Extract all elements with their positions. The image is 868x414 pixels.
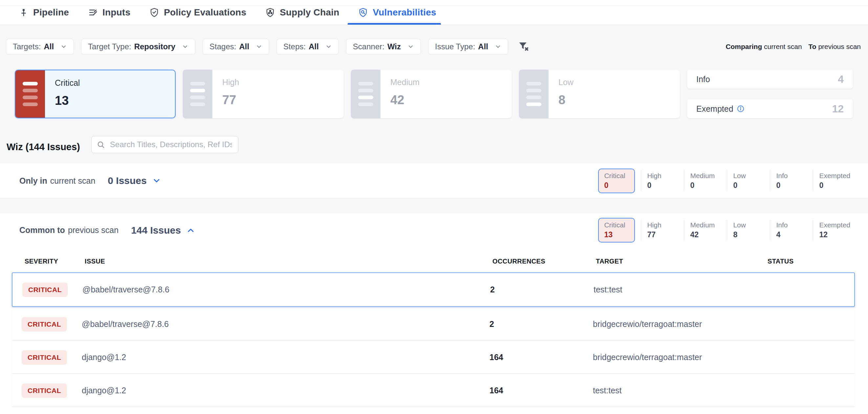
chip-critical[interactable]: Critical 0	[598, 169, 635, 193]
tab-inputs[interactable]: Inputs	[88, 0, 130, 25]
chip-value: 0	[604, 181, 629, 190]
filter-label: Issue Type:	[435, 42, 475, 51]
column-header-target: TARGET	[596, 258, 768, 265]
issue-cell[interactable]: django@1.2	[82, 386, 490, 395]
column-header-severity: SEVERITY	[25, 258, 85, 265]
vulnerabilities-icon	[358, 7, 368, 18]
severity-card-label: High	[222, 78, 344, 87]
chevron-down-icon	[256, 43, 262, 50]
side-card-value: 4	[838, 73, 844, 85]
severity-bars-icon	[519, 70, 549, 118]
chip-exempted[interactable]: Exempted 12	[813, 218, 850, 242]
group-scope: previous scan	[68, 226, 119, 235]
chip-label: Low	[733, 221, 764, 229]
filter-value: All	[309, 42, 319, 51]
chip-critical[interactable]: Critical 13	[598, 218, 635, 242]
column-header-issue: ISSUE	[85, 258, 492, 265]
chip-high[interactable]: High 0	[641, 169, 678, 193]
severity-card-info[interactable]: Info 4	[687, 70, 853, 89]
severity-card-exempted[interactable]: Exempted 12	[687, 99, 853, 118]
table-row[interactable]: CRITICAL django@1.2 164 test:test	[12, 375, 855, 407]
group-issue-count: 144 Issues	[131, 225, 181, 236]
tab-label: Inputs	[102, 7, 130, 18]
filter-label: Targets:	[13, 42, 41, 51]
severity-card-low[interactable]: Low 8	[519, 70, 680, 118]
tab-pipeline[interactable]: Pipeline	[19, 0, 69, 25]
chevron-up-icon[interactable]	[186, 226, 195, 235]
chip-info[interactable]: Info 4	[770, 218, 807, 242]
severity-card-label: Medium	[390, 78, 512, 87]
chip-label: Critical	[604, 172, 629, 180]
table-row[interactable]: CRITICAL django@1.2 164 bridgecrewio/ter…	[12, 342, 855, 373]
occurrences-cell: 2	[490, 319, 593, 329]
filter-x-icon[interactable]	[517, 40, 530, 53]
severity-bars-icon	[16, 70, 45, 118]
severity-chips: Critical 13 High 77 Medium 42 Low 8	[598, 218, 850, 242]
filter-label: Stages:	[210, 42, 236, 51]
tab-policy-evaluations[interactable]: Policy Evaluations	[149, 0, 246, 25]
info-icon[interactable]	[737, 105, 745, 113]
scanner-section-header: Wiz (144 Issues)	[6, 136, 238, 153]
severity-card-medium[interactable]: Medium 42	[351, 70, 512, 118]
chip-medium[interactable]: Medium 0	[684, 169, 721, 193]
chip-value: 4	[776, 230, 807, 239]
severity-cards-row: Critical 13 High 77 Medium 42 Low 8	[15, 70, 853, 118]
chip-low[interactable]: Low 0	[727, 169, 764, 193]
filter-target-type[interactable]: Target Type: Repository	[81, 39, 195, 55]
filter-issue-type[interactable]: Issue Type: All	[428, 39, 508, 55]
severity-card-label: Critical	[55, 78, 175, 88]
severity-card-critical[interactable]: Critical 13	[15, 70, 176, 118]
comparing-scan-text: Comparing current scan To previous scan	[725, 43, 863, 51]
column-header-status: STATUS	[768, 258, 850, 265]
issue-cell[interactable]: @babel/traverse@7.8.6	[83, 285, 490, 294]
severity-badge: CRITICAL	[22, 317, 67, 331]
chip-low[interactable]: Low 8	[727, 218, 764, 242]
comparing-previous: previous scan	[818, 43, 861, 50]
side-card-label: Info	[696, 75, 710, 84]
table-header-row: SEVERITY ISSUE OCCURRENCES TARGET STATUS	[15, 258, 850, 265]
filter-stages[interactable]: Stages: All	[203, 39, 269, 55]
filter-row: Targets: All Target Type: Repository Sta…	[6, 39, 863, 55]
tab-vulnerabilities[interactable]: Vulnerabilities	[358, 0, 436, 25]
severity-card-value: 77	[222, 93, 344, 107]
chip-medium[interactable]: Medium 42	[684, 218, 721, 242]
filter-label: Scanner:	[353, 42, 384, 51]
chip-exempted[interactable]: Exempted 0	[813, 169, 850, 193]
filter-steps[interactable]: Steps: All	[276, 39, 339, 55]
filter-value: All	[239, 42, 249, 51]
severity-card-high[interactable]: High 77	[183, 70, 344, 118]
severity-badge: CRITICAL	[22, 283, 68, 297]
chip-info[interactable]: Info 0	[770, 169, 807, 193]
chevron-down-icon	[326, 43, 332, 50]
filter-label: Steps:	[283, 42, 306, 51]
issue-cell[interactable]: django@1.2	[82, 353, 490, 362]
scanner-title: Wiz (144 Issues)	[6, 142, 80, 152]
table-row[interactable]: CRITICAL @babel/traverse@7.8.6 2 test:te…	[12, 272, 855, 307]
table-row[interactable]: CRITICAL @babel/traverse@7.8.6 2 bridgec…	[12, 308, 855, 340]
issue-cell[interactable]: @babel/traverse@7.8.6	[82, 319, 490, 329]
supply-chain-icon	[265, 7, 275, 18]
chip-value: 8	[733, 230, 764, 239]
group-header[interactable]: Only in current scan 0 Issues	[19, 175, 161, 186]
filter-value: All	[44, 42, 54, 51]
tab-label: Vulnerabilities	[373, 7, 436, 18]
policy-evaluations-icon	[149, 7, 159, 18]
filter-scanner[interactable]: Scanner: Wiz	[346, 39, 421, 55]
filter-targets[interactable]: Targets: All	[6, 39, 74, 55]
group-header[interactable]: Common to previous scan 144 Issues	[19, 225, 195, 236]
chip-label: Medium	[690, 221, 721, 229]
filter-value: All	[478, 42, 488, 51]
target-cell: bridgecrewio/terragoat:master	[593, 353, 765, 362]
chip-label: Exempted	[819, 172, 850, 180]
tab-supply-chain[interactable]: Supply Chain	[265, 0, 339, 25]
chip-high[interactable]: High 77	[641, 218, 678, 242]
severity-card-label: Low	[558, 78, 680, 87]
comparing-to-label: To	[808, 43, 816, 50]
tab-label: Policy Evaluations	[164, 7, 246, 18]
filter-label: Target Type:	[88, 42, 131, 51]
occurrences-cell: 164	[490, 353, 593, 362]
chip-value: 42	[690, 230, 721, 239]
chevron-down-icon[interactable]	[152, 176, 161, 185]
group-scope: current scan	[50, 176, 96, 186]
search-input[interactable]	[91, 136, 238, 153]
